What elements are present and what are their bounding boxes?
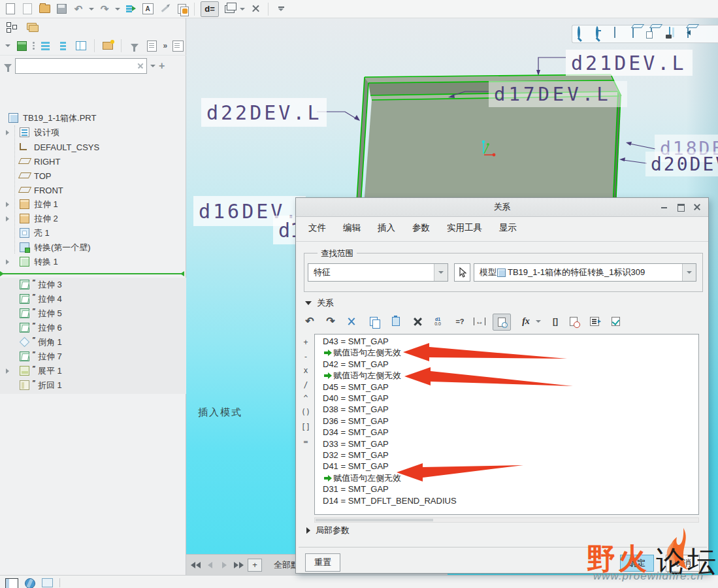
measure-icon[interactable]: ↔ xyxy=(472,314,487,329)
dimension-label-d21[interactable]: d21DEV.L xyxy=(566,50,693,76)
operator-equals[interactable]: = xyxy=(299,437,313,446)
tree-item-fold-back-1[interactable]: 折回 1 xyxy=(0,378,186,393)
combo-dropdown-button[interactable] xyxy=(434,264,448,281)
fx-dropdown-icon[interactable] xyxy=(536,320,541,323)
brackets-icon[interactable]: [] xyxy=(548,314,563,329)
kebab-menu-icon[interactable] xyxy=(33,42,35,50)
search-box[interactable] xyxy=(15,58,147,74)
tree-item-shell-1[interactable]: 壳 1 xyxy=(0,226,186,240)
model-tree-tab[interactable] xyxy=(5,21,18,34)
tree-item-chamfer-1[interactable]: 倒角 1 xyxy=(0,335,186,350)
menu-edit[interactable]: 编辑 xyxy=(335,222,369,234)
windows-cascade-icon[interactable] xyxy=(223,3,236,16)
menu-parameters[interactable]: 参数 xyxy=(404,222,438,234)
undo-icon[interactable]: ↶ xyxy=(302,314,317,329)
tree-item-extrude-4[interactable]: 拉伸 4 xyxy=(0,292,186,306)
undo-icon[interactable]: ↶ xyxy=(72,3,85,16)
ordered-list-icon[interactable] xyxy=(587,314,602,329)
combo-dropdown-button[interactable] xyxy=(682,264,696,281)
tree-item-convert-first-wall[interactable]: 转换(第一个壁) xyxy=(0,240,186,255)
find-file-icon[interactable] xyxy=(21,3,34,16)
windows-dropdown-icon[interactable] xyxy=(240,8,245,10)
tree-item-flatten-1[interactable]: 展平 1 xyxy=(0,364,186,378)
tree-item-part-root[interactable]: TB19_1-1箱体.PRT xyxy=(0,111,186,125)
cut-icon[interactable] xyxy=(344,314,359,329)
dialog-titlebar[interactable]: 关系 xyxy=(296,198,708,217)
operator-divide[interactable]: / xyxy=(299,380,313,389)
menu-file[interactable]: 文件 xyxy=(300,222,335,234)
dimension-label-d22[interactable]: d22DEV.L xyxy=(201,98,327,127)
regenerate-icon[interactable] xyxy=(124,3,137,16)
maximize-icon[interactable] xyxy=(677,203,685,211)
evaluate-clock-icon[interactable] xyxy=(566,314,581,329)
operator-parens[interactable]: () xyxy=(299,408,313,417)
show-columns-icon[interactable] xyxy=(74,39,88,52)
zoom-in-icon[interactable] xyxy=(578,27,591,41)
dimension-switch-icon[interactable]: d10.0 xyxy=(431,314,445,329)
insert-mode-divider[interactable] xyxy=(1,273,183,274)
function-fx-icon[interactable]: fx xyxy=(517,314,534,329)
add-filter-icon[interactable]: + xyxy=(159,61,165,71)
expand-arrow-icon[interactable] xyxy=(6,368,9,374)
annotation-icon[interactable]: A xyxy=(141,3,154,16)
menu-insert[interactable]: 插入 xyxy=(369,222,404,234)
display-style-icon[interactable] xyxy=(669,27,682,41)
toggle-panel-icon[interactable] xyxy=(42,578,53,587)
horizontal-scrollbar[interactable] xyxy=(314,517,699,523)
relations-tool-button[interactable]: d= xyxy=(201,1,219,17)
search-dropdown-icon[interactable] xyxy=(150,65,155,67)
tree-filter-icon[interactable] xyxy=(128,39,141,52)
section-view-icon[interactable] xyxy=(687,27,700,41)
folder-browser-tab[interactable] xyxy=(26,21,39,34)
first-frame-icon[interactable] xyxy=(190,560,201,570)
expand-list-icon[interactable] xyxy=(39,39,52,52)
copy-icon[interactable] xyxy=(367,314,381,329)
model-combobox[interactable]: 模型 TB19_1-1箱体的特征转换_1标识309 xyxy=(474,263,696,282)
relations-editor[interactable]: D43 = SMT_GAP 赋值语句左侧无效 D42 = SMT_GAP 赋值语… xyxy=(314,334,699,515)
view-manager-icon[interactable] xyxy=(651,27,664,41)
redo-icon[interactable]: ↷ xyxy=(323,314,338,329)
next-frame-icon[interactable] xyxy=(219,560,229,570)
refit-icon[interactable] xyxy=(614,27,627,41)
tree-item-extrude-7[interactable]: 拉伸 7 xyxy=(0,350,186,364)
local-params-section-header[interactable]: 局部参数 xyxy=(306,525,350,536)
operator-multiply[interactable]: x xyxy=(299,366,313,375)
undo-dropdown-icon[interactable] xyxy=(89,8,94,10)
relations-section-header[interactable]: 关系 xyxy=(305,297,334,309)
close-window-icon[interactable] xyxy=(249,3,262,16)
expand-arrow-icon[interactable] xyxy=(6,130,9,135)
dimension-label-d17[interactable]: d17DEV.L xyxy=(489,81,627,107)
search-input[interactable] xyxy=(16,60,137,72)
model-display-icon[interactable] xyxy=(15,39,28,52)
minimize-icon[interactable] xyxy=(661,203,669,211)
tree-item-default-csys[interactable]: DEFAULT_CSYS xyxy=(0,140,186,154)
toggle-navigator-icon[interactable] xyxy=(5,578,18,588)
tree-info-icon[interactable] xyxy=(146,39,159,52)
tree-item-right-plane[interactable]: RIGHT xyxy=(0,154,186,169)
menu-show[interactable]: 显示 xyxy=(491,222,525,234)
expand-arrow-icon[interactable] xyxy=(6,259,9,265)
operator-brackets[interactable]: [] xyxy=(299,423,313,432)
dimension-label-d20[interactable]: d20DEV xyxy=(645,152,718,176)
collapse-list-icon[interactable] xyxy=(57,39,70,52)
operator-minus[interactable]: - xyxy=(299,352,313,361)
save-icon[interactable] xyxy=(55,3,68,16)
reset-button[interactable]: 重置 xyxy=(305,553,340,572)
tree-item-extrude-6[interactable]: 拉伸 6 xyxy=(0,321,186,335)
last-frame-icon[interactable] xyxy=(233,560,244,570)
menu-utilities[interactable]: 实用工具 xyxy=(438,222,491,234)
paste-icon[interactable] xyxy=(389,314,403,329)
new-file-icon[interactable] xyxy=(4,3,17,16)
tree-item-extrude-3[interactable]: 拉伸 3 xyxy=(0,278,186,292)
ok-button[interactable]: 确定 xyxy=(620,555,654,572)
open-folder-icon[interactable] xyxy=(38,3,51,16)
operator-plus[interactable]: + xyxy=(299,338,313,347)
verify-check-icon[interactable] xyxy=(608,314,623,329)
tree-item-extrude-1[interactable]: 拉伸 1 xyxy=(0,197,186,212)
expand-arrow-icon[interactable] xyxy=(6,216,9,221)
tree-item-design-items[interactable]: 设计项 xyxy=(0,125,186,140)
tree-item-front-plane[interactable]: FRONT xyxy=(0,183,186,197)
redo-dropdown-icon[interactable] xyxy=(115,8,120,10)
tree-settings-icon[interactable] xyxy=(171,39,184,52)
redo-icon[interactable]: ↷ xyxy=(98,3,111,16)
